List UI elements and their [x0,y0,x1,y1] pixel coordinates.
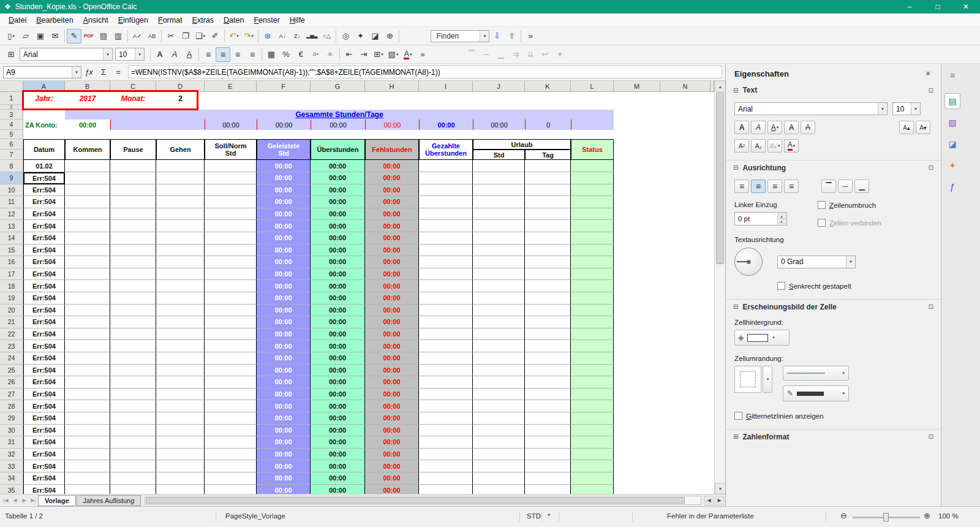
header-kommen[interactable]: Kommen [65,139,110,160]
cell-K13[interactable] [525,220,571,232]
cell-B32[interactable] [65,449,110,461]
cell-H12[interactable]: 00:00 [365,208,419,221]
cell-H19[interactable]: 00:00 [365,292,419,305]
cell-B4[interactable]: 00:00 [65,119,110,130]
cell-E23[interactable] [205,340,257,352]
row-header-30[interactable]: 30 [0,425,23,437]
sheet-last-icon[interactable]: ▶| [29,496,38,506]
find-combo[interactable]: ▾ [431,30,489,42]
cell-B8[interactable] [65,160,110,172]
cell-I8[interactable] [419,160,473,172]
draw-functions-icon[interactable]: ○△ [319,29,334,44]
cell-L28[interactable] [571,400,614,412]
cell-I19[interactable] [419,292,473,305]
cell-F25[interactable]: 00:00 [257,365,311,377]
cell-F26[interactable]: 00:00 [257,376,311,389]
sidebar-font-name-combo[interactable]: Arial ▾ [734,102,888,115]
menu-hilfe[interactable]: Hilfe [285,15,310,26]
cell-B20[interactable] [65,305,110,317]
column-header-I[interactable]: I [419,81,473,92]
hscroll-left-icon[interactable]: ◀ [704,496,714,506]
align-justify-icon[interactable]: ≡ [245,47,260,62]
cell-G28[interactable]: 00:00 [311,400,365,412]
cell-L15[interactable] [571,245,614,257]
cell-G9[interactable]: 00:00 [311,172,365,184]
spin-up-icon[interactable]: ▲ [777,213,786,219]
cell-C30[interactable] [110,425,156,437]
row-header-27[interactable]: 27 [0,389,23,401]
row-header-2[interactable]: 2 [0,105,23,110]
cell-F19[interactable]: 00:00 [257,292,311,305]
page-style[interactable]: PageStyle_Vorlage [225,512,285,520]
cell-E4[interactable]: 00:00 [205,119,257,130]
header-soll-norm-std[interactable]: Soll/Norm Std [205,139,257,160]
border-picker-dropdown-icon[interactable]: ▾ [763,366,772,393]
cell-G12[interactable]: 00:00 [311,208,365,221]
sidebar-font-size-combo[interactable]: 10 ▾ [892,102,921,115]
cell-H15[interactable]: 00:00 [365,245,419,257]
row-header-5[interactable]: 5 [0,130,23,139]
cell-D34[interactable] [156,472,205,485]
row-header-15[interactable]: 15 [0,245,23,257]
scroll-up-icon[interactable]: ▲ [715,81,726,92]
cell-H18[interactable]: 00:00 [365,280,419,292]
row-header-12[interactable]: 12 [0,208,23,221]
cell-F22[interactable]: 00:00 [257,328,311,341]
cell-K34[interactable] [525,472,571,485]
cell-C14[interactable] [110,232,156,245]
cell-E22[interactable] [205,328,257,341]
sheet-tab-vorlage[interactable]: Vorlage [38,495,76,506]
deck-functions-icon[interactable]: ƒ [944,179,960,195]
cell-E31[interactable] [205,436,257,449]
cell-B27[interactable] [65,389,110,401]
cell-J20[interactable] [473,305,525,317]
find-next-icon[interactable]: ⇩ [489,29,504,44]
cell-G30[interactable]: 00:00 [311,425,365,437]
navigator-icon[interactable]: ✦ [353,29,368,44]
header-geleistete-std[interactable]: Geleistete Std [257,139,311,160]
row-header-17[interactable]: 17 [0,268,23,281]
cell-L32[interactable] [571,449,614,461]
cell-J34[interactable] [473,472,525,485]
row-header-18[interactable]: 18 [0,280,23,292]
cell-E13[interactable] [205,220,257,232]
cell-I31[interactable] [419,436,473,449]
sidebar-font-color-button-dropdown-icon[interactable]: ▾ [793,143,796,148]
cell-F10[interactable]: 00:00 [257,184,311,197]
zoom-icon[interactable]: ⊕ [382,29,397,44]
cell-E19[interactable] [205,292,257,305]
cell-B34[interactable] [65,472,110,485]
appearance-more-options-icon[interactable]: ⊡ [929,303,933,310]
row-header-33[interactable]: 33 [0,460,23,472]
cell-I11[interactable] [419,196,473,208]
cell-L21[interactable] [571,316,614,328]
cell-D32[interactable] [156,449,205,461]
toolbar-overflow2-icon[interactable]: ▾ [552,47,567,62]
cell-H25[interactable]: 00:00 [365,365,419,377]
cell-L12[interactable] [571,208,614,221]
row-header-3[interactable]: 3 [0,110,23,119]
redo-icon[interactable]: ↷▾ [241,29,256,44]
cell-A20[interactable]: Err:504 [23,305,65,317]
cell-D9[interactable] [156,172,205,184]
cell-H16[interactable]: 00:00 [365,256,419,268]
text-rotation-dial[interactable] [734,248,763,276]
cell-C26[interactable] [110,376,156,389]
background-color-icon[interactable]: ▧▾ [386,47,401,62]
sheet-first-icon[interactable]: |◀ [1,496,10,506]
format-paintbrush-icon[interactable]: ✐ [208,29,222,44]
save-icon[interactable]: ▣ [33,29,48,44]
cell-L11[interactable] [571,196,614,208]
cell-L35[interactable] [571,485,614,494]
cell-B35[interactable] [65,485,110,494]
cell-I4[interactable]: 00:00 [419,119,473,130]
cell-H34[interactable]: 00:00 [365,472,419,485]
cell-L20[interactable] [571,305,614,317]
row-header-20[interactable]: 20 [0,305,23,317]
cell-L13[interactable] [571,220,614,232]
cell-H24[interactable]: 00:00 [365,352,419,365]
deck-properties-icon[interactable]: ▤ [944,93,960,109]
cell-K11[interactable] [525,196,571,208]
cell-K12[interactable] [525,208,571,221]
print-icon[interactable]: ▤ [96,29,111,44]
